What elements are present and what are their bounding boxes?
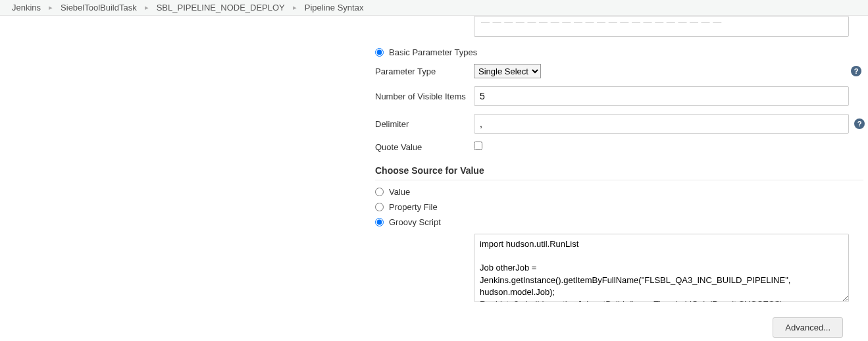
basic-parameter-types-label: Basic Parameter Types bbox=[389, 47, 477, 57]
basic-parameter-types-radio-input[interactable] bbox=[375, 48, 384, 57]
parameter-type-select[interactable]: Single Select bbox=[474, 64, 541, 78]
quote-value-label: Quote Value bbox=[375, 142, 474, 152]
breadcrumb-item-syntax[interactable]: Pipeline Syntax bbox=[305, 3, 364, 13]
chevron-right-icon: ▸ bbox=[293, 3, 297, 12]
chevron-right-icon: ▸ bbox=[49, 3, 53, 12]
breadcrumb-item-task[interactable]: SiebelToolBuildTask bbox=[61, 3, 137, 13]
parameter-type-label: Parameter Type bbox=[375, 66, 474, 76]
source-value-radio-input[interactable] bbox=[375, 188, 384, 196]
source-value-radio[interactable]: Value bbox=[375, 184, 861, 199]
breadcrumb-item-jenkins[interactable]: Jenkins bbox=[12, 3, 41, 13]
delimiter-label: Delimiter bbox=[375, 119, 474, 129]
source-property-file-label: Property File bbox=[389, 202, 438, 212]
source-property-file-radio-input[interactable] bbox=[375, 203, 384, 211]
source-groovy-script-radio[interactable]: Groovy Script bbox=[375, 215, 861, 230]
quote-value-checkbox[interactable] bbox=[474, 142, 482, 150]
source-value-label: Value bbox=[389, 187, 410, 197]
source-groovy-script-label: Groovy Script bbox=[389, 217, 441, 227]
visible-items-input[interactable] bbox=[474, 86, 849, 106]
choose-source-heading: Choose Source for Value bbox=[375, 156, 863, 180]
visible-items-label: Number of Visible Items bbox=[375, 92, 474, 101]
source-property-file-radio[interactable]: Property File bbox=[375, 199, 861, 215]
prior-field-cutoff[interactable]: — — — — — — — — — — — — — — — — — — — — … bbox=[474, 16, 849, 37]
source-groovy-script-radio-input[interactable] bbox=[375, 218, 384, 226]
breadcrumb: Jenkins ▸ SiebelToolBuildTask ▸ SBL_PIPE… bbox=[0, 0, 868, 16]
help-icon[interactable]: ? bbox=[851, 66, 861, 76]
groovy-script-textarea[interactable]: import hudson.util.RunList Job otherJob … bbox=[474, 234, 849, 302]
basic-parameter-types-radio[interactable]: Basic Parameter Types bbox=[375, 45, 861, 60]
advanced-button[interactable]: Advanced... bbox=[773, 317, 843, 338]
chevron-right-icon: ▸ bbox=[145, 3, 149, 12]
breadcrumb-item-pipeline[interactable]: SBL_PIPELINE_NODE_DEPLOY bbox=[157, 3, 285, 13]
help-icon[interactable]: ? bbox=[854, 118, 865, 129]
delimiter-input[interactable] bbox=[474, 114, 849, 134]
